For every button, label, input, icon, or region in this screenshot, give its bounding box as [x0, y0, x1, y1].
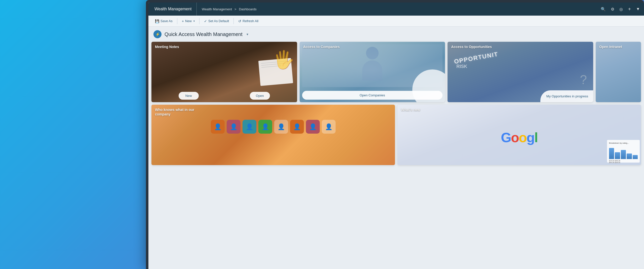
meeting-notes-actions: New Open [151, 89, 297, 102]
bar-3 [621, 150, 626, 159]
app-title: Wealth Management [152, 3, 197, 16]
cards-container: 🖐 Meeting Notes New Open [148, 42, 644, 168]
filter-icon[interactable]: ▼ [636, 7, 640, 11]
whoknows-card[interactable]: 👤 👤 👤 👤 👤 👤 👤 👤 Who knows what in our [151, 105, 395, 165]
google-area: Googl [400, 115, 638, 160]
chart-bars [609, 145, 638, 159]
companies-actions: Open Companies [300, 88, 445, 102]
open-companies-label: Open Companies [359, 93, 385, 97]
screen-content: Wealth Management Wealth Management > Da… [148, 3, 644, 269]
intranet-label: Open Intranet [599, 45, 622, 49]
breadcrumb-app[interactable]: Wealth Management [202, 7, 232, 11]
meeting-open-label: Open [256, 94, 264, 98]
dashboard-icon: ⚡ [153, 30, 162, 38]
toolbar-sep-1 [177, 18, 177, 24]
bar-1 [609, 148, 614, 159]
opportunities-action: My Opportunities in progress [540, 90, 593, 102]
settings-icon[interactable]: ⚙ [611, 7, 614, 12]
toolbar-sep-3 [233, 18, 234, 24]
opportunities-label: Access to Opportunities [451, 45, 492, 49]
new-label: New [185, 19, 192, 23]
breadcrumb-page[interactable]: Dashboards [239, 7, 257, 11]
refresh-icon: ↺ [238, 19, 241, 23]
cards-row-1: 🖐 Meeting Notes New Open [151, 42, 641, 102]
companies-label: Access to Companies [303, 45, 340, 49]
dashboard-area: ⚡ Quick Access Wealth Management ▾ [148, 27, 644, 269]
whoknows-label-line1: Who knows what in our [155, 108, 194, 112]
new-dropdown-arrow: ▾ [193, 20, 195, 22]
top-navigation: Wealth Management Wealth Management > Da… [148, 3, 644, 16]
chart-overlay: Breakdown by categ... $19.00 $48.26 $44.… [607, 140, 640, 163]
new-button[interactable]: + New ▾ [179, 18, 197, 24]
toolbar: 💾 Save As + New ▾ ✓ Set As Default ↺ Ref… [148, 16, 644, 27]
nav-left: Wealth Management Wealth Management > Da… [152, 3, 262, 16]
refresh-all-label: Refresh All [243, 19, 258, 23]
whatsnew-label: What's new [401, 108, 420, 112]
new-plus-icon: + [182, 19, 184, 23]
dashboard-caret[interactable]: ▾ [247, 32, 248, 36]
check-icon: ✓ [204, 19, 207, 23]
save-icon: 💾 [155, 19, 159, 23]
my-opp-label: My Opportunities in progress [546, 94, 588, 98]
open-companies-button[interactable]: Open Companies [302, 91, 443, 100]
intranet-bg [596, 42, 641, 102]
bar-2 [615, 152, 620, 159]
whoknows-label-line2: company [155, 112, 170, 116]
app-title-text: Wealth Management [154, 7, 191, 11]
my-opportunities-button[interactable]: My Opportunities in progress [546, 94, 588, 99]
set-default-label: Set As Default [208, 19, 229, 23]
chalk-decoration: OPPORTUNIT RISK ? [451, 49, 589, 87]
dashboard-title: Quick Access Wealth Management [165, 31, 243, 37]
add-icon[interactable]: + [628, 6, 631, 12]
bar-4 [627, 153, 632, 159]
nav-right: 🔍 ⚙ ◎ + ▼ [601, 6, 640, 12]
meeting-notes-open-button[interactable]: Open [250, 92, 270, 100]
laptop-frame: Wealth Management Wealth Management > Da… [146, 0, 644, 269]
meeting-notes-label: Meeting Notes [155, 45, 179, 49]
dashboard-header: ⚡ Quick Access Wealth Management ▾ [148, 27, 644, 42]
save-as-button[interactable]: 💾 Save As [152, 18, 175, 24]
cards-row-2: 👤 👤 👤 👤 👤 👤 👤 👤 Who knows what in our [151, 105, 641, 165]
search-icon[interactable]: 🔍 [601, 7, 606, 12]
location-icon[interactable]: ◎ [619, 7, 623, 12]
meeting-new-label: New [185, 94, 192, 98]
refresh-all-button[interactable]: ↺ Refresh All [236, 18, 261, 24]
breadcrumb: Wealth Management > Dashboards [197, 7, 261, 11]
companies-card[interactable]: Access to Companies Open Companies [300, 42, 445, 102]
hand-icon: 🖐 [273, 49, 295, 70]
people-tiles: 👤 👤 👤 👤 👤 👤 👤 👤 [151, 117, 395, 165]
opportunities-card[interactable]: OPPORTUNIT RISK ? Access to Opportunitie… [448, 42, 593, 102]
save-as-label: Save As [160, 19, 173, 23]
intranet-card[interactable]: Open Intranet [596, 42, 641, 102]
meeting-notes-new-button[interactable]: New [179, 92, 199, 100]
toolbar-sep-2 [199, 18, 199, 24]
bar-5 [633, 155, 638, 159]
breadcrumb-sep: > [234, 7, 236, 11]
set-default-button[interactable]: ✓ Set As Default [202, 18, 231, 24]
meeting-notes-card[interactable]: 🖐 Meeting Notes New Open [151, 42, 297, 102]
whatsnew-card[interactable]: Googl Breakdown by categ... [397, 105, 641, 165]
